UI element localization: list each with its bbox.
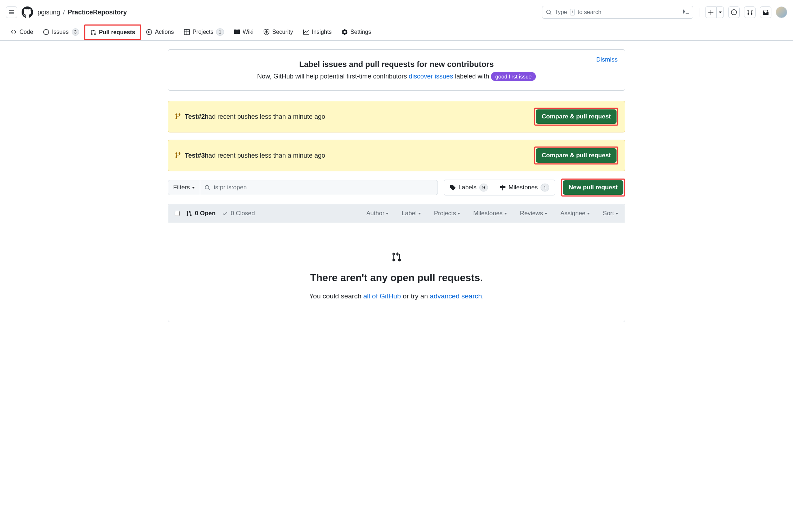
tab-issues[interactable]: Issues 3 bbox=[38, 24, 84, 40]
pull-request-icon bbox=[90, 30, 96, 35]
tab-pull-requests[interactable]: Pull requests bbox=[84, 24, 141, 40]
filter-query-input[interactable] bbox=[200, 180, 438, 195]
select-all-checkbox[interactable] bbox=[175, 211, 180, 216]
caret-down-icon bbox=[545, 213, 547, 215]
breadcrumb: pgisung / PracticeRepository bbox=[37, 9, 127, 16]
graph-icon bbox=[303, 29, 309, 35]
plus-icon bbox=[708, 9, 714, 15]
book-icon bbox=[234, 29, 240, 35]
recent-push-banner: Test#2 had recent pushes less than a min… bbox=[168, 101, 625, 132]
breadcrumb-repo[interactable]: PracticeRepository bbox=[68, 9, 127, 16]
search-placeholder-pre: Type bbox=[555, 9, 567, 15]
tab-actions[interactable]: Actions bbox=[141, 24, 179, 40]
contributor-info-box: Dismiss Label issues and pull requests f… bbox=[168, 49, 625, 91]
code-icon bbox=[11, 29, 17, 35]
label-filter[interactable]: Label bbox=[402, 210, 421, 217]
tab-wiki[interactable]: Wiki bbox=[229, 24, 259, 40]
projects-count: 1 bbox=[216, 28, 224, 36]
pull-requests-button[interactable] bbox=[744, 6, 756, 18]
pull-request-icon bbox=[186, 211, 192, 216]
recent-push-banner: Test#3 had recent pushes less than a min… bbox=[168, 140, 625, 171]
reviews-filter[interactable]: Reviews bbox=[520, 210, 547, 217]
search-kbd: / bbox=[570, 9, 575, 15]
branch-icon bbox=[175, 152, 181, 159]
caret-down-icon bbox=[418, 213, 421, 215]
user-avatar[interactable] bbox=[776, 6, 787, 18]
tag-icon bbox=[450, 185, 456, 190]
closed-tab[interactable]: 0 Closed bbox=[222, 210, 255, 217]
empty-title: There aren't any open pull requests. bbox=[175, 272, 618, 284]
dismiss-link[interactable]: Dismiss bbox=[596, 56, 618, 63]
caret-down-icon bbox=[457, 213, 460, 215]
create-new-button[interactable] bbox=[705, 6, 717, 18]
filter-query-field[interactable] bbox=[214, 184, 433, 191]
milestones-count: 1 bbox=[541, 184, 549, 191]
pull-request-icon bbox=[747, 9, 753, 15]
tab-settings[interactable]: Settings bbox=[337, 24, 376, 40]
compare-pull-request-button[interactable]: Compare & pull request bbox=[536, 109, 617, 124]
branch-icon bbox=[175, 113, 181, 121]
github-logo[interactable] bbox=[22, 6, 33, 18]
push-message: had recent pushes less than a minute ago bbox=[205, 113, 325, 121]
assignee-filter[interactable]: Assignee bbox=[560, 210, 590, 217]
tab-security[interactable]: Security bbox=[259, 24, 298, 40]
issues-button[interactable] bbox=[728, 6, 740, 18]
search-icon bbox=[205, 185, 210, 190]
hamburger-menu[interactable] bbox=[6, 6, 17, 18]
create-new-dropdown[interactable] bbox=[717, 6, 724, 18]
info-title: Label issues and pull requests for new c… bbox=[177, 60, 616, 69]
pull-request-icon bbox=[391, 252, 402, 262]
advanced-search-link[interactable]: advanced search bbox=[430, 292, 482, 300]
command-palette-icon bbox=[683, 8, 689, 16]
gear-icon bbox=[342, 29, 348, 35]
table-icon bbox=[184, 29, 190, 35]
milestones-filter[interactable]: Milestones bbox=[473, 210, 507, 217]
shield-icon bbox=[264, 29, 269, 35]
caret-down-icon bbox=[386, 213, 389, 215]
check-icon bbox=[222, 211, 228, 216]
milestone-icon bbox=[500, 185, 506, 190]
play-icon bbox=[146, 29, 152, 35]
sort-filter[interactable]: Sort bbox=[603, 210, 618, 217]
branch-name: Test#3 bbox=[185, 152, 205, 159]
hamburger-icon bbox=[9, 9, 14, 15]
tab-insights[interactable]: Insights bbox=[298, 24, 337, 40]
good-first-issue-label[interactable]: good first issue bbox=[491, 72, 536, 81]
search-input[interactable]: Type / to search bbox=[542, 6, 693, 19]
github-icon bbox=[22, 6, 33, 18]
caret-down-icon bbox=[504, 213, 507, 215]
open-tab[interactable]: 0 Open bbox=[186, 210, 216, 217]
breadcrumb-owner[interactable]: pgisung bbox=[37, 9, 60, 16]
caret-down-icon bbox=[587, 213, 590, 215]
push-message: had recent pushes less than a minute ago bbox=[205, 152, 325, 159]
issue-icon bbox=[731, 9, 737, 15]
search-icon bbox=[546, 9, 552, 15]
labels-button[interactable]: Labels 9 bbox=[444, 180, 494, 195]
filters-dropdown[interactable]: Filters bbox=[168, 180, 200, 195]
caret-down-icon bbox=[719, 12, 722, 13]
notifications-button[interactable] bbox=[760, 6, 771, 18]
search-all-github-link[interactable]: all of GitHub bbox=[363, 292, 401, 300]
projects-filter[interactable]: Projects bbox=[434, 210, 460, 217]
caret-down-icon bbox=[192, 187, 195, 189]
caret-down-icon bbox=[615, 213, 618, 215]
labels-count: 9 bbox=[479, 184, 488, 191]
author-filter[interactable]: Author bbox=[366, 210, 389, 217]
new-pull-request-button[interactable]: New pull request bbox=[563, 180, 623, 195]
issue-icon bbox=[43, 29, 49, 35]
milestones-button[interactable]: Milestones 1 bbox=[494, 180, 555, 195]
issues-count: 3 bbox=[72, 28, 79, 36]
branch-name: Test#2 bbox=[185, 113, 205, 121]
search-placeholder-post: to search bbox=[578, 9, 601, 15]
discover-issues-link[interactable]: discover issues bbox=[409, 73, 453, 80]
compare-pull-request-button[interactable]: Compare & pull request bbox=[536, 148, 617, 163]
tab-code[interactable]: Code bbox=[6, 24, 38, 40]
pull-request-table: 0 Open 0 Closed Author Label Projects Mi… bbox=[168, 204, 625, 322]
inbox-icon bbox=[763, 9, 769, 15]
tab-projects[interactable]: Projects 1 bbox=[179, 24, 229, 40]
